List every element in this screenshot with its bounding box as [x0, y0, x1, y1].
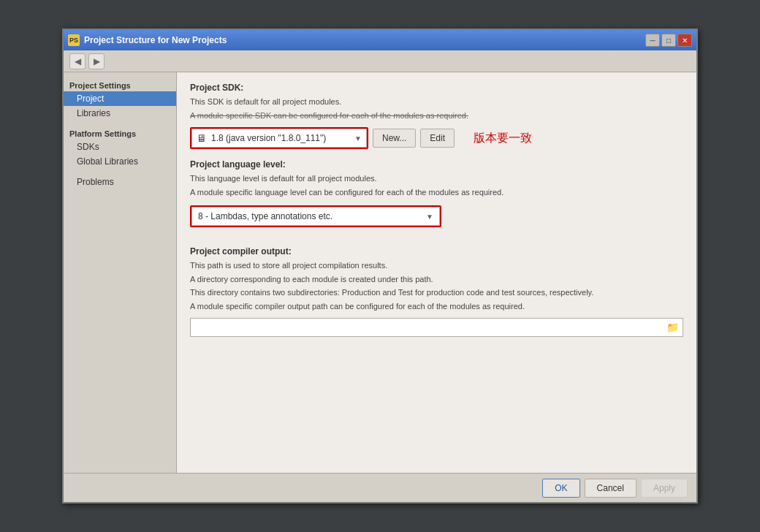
annotation-text: 版本要一致 [474, 131, 532, 146]
footer: OK Cancel Apply [64, 473, 696, 502]
title-bar-controls: ─ □ ✕ [645, 34, 692, 47]
project-settings-label: Project Settings [64, 78, 176, 91]
compiler-title: Project compiler output: [190, 246, 683, 256]
sdk-desc1: This SDK is default for all project modu… [190, 96, 683, 108]
sdk-desc2: A module specific SDK can be configured … [190, 110, 683, 122]
new-sdk-button[interactable]: New... [373, 129, 416, 148]
content-area: Project Settings Project Libraries Platf… [64, 72, 696, 473]
maximize-button[interactable]: □ [661, 34, 676, 47]
edit-sdk-button[interactable]: Edit [420, 129, 455, 148]
language-dropdown-wrapper: 8 - Lambdas, type annotations etc. ▼ [190, 205, 441, 227]
sidebar-divider-2 [64, 169, 176, 175]
sidebar-item-global-libraries[interactable]: Global Libraries [64, 154, 176, 169]
sdk-row: 🖥 1.8 (java version "1.8.0_111") ▼ New..… [190, 127, 683, 149]
close-button[interactable]: ✕ [677, 34, 692, 47]
sdk-section: Project SDK: This SDK is default for all… [190, 83, 683, 149]
compiler-desc3: This directory contains two subdirectori… [190, 286, 683, 299]
ok-button[interactable]: OK [542, 479, 580, 498]
language-section: Project language level: This language le… [190, 159, 683, 236]
toolbar: ◀ ▶ [64, 50, 696, 72]
forward-button[interactable]: ▶ [88, 53, 104, 69]
sidebar: Project Settings Project Libraries Platf… [64, 72, 177, 473]
main-window: PS Project Structure for New Projects ─ … [62, 28, 698, 503]
app-icon: PS [68, 34, 80, 46]
title-bar-left: PS Project Structure for New Projects [68, 34, 227, 46]
title-bar: PS Project Structure for New Projects ─ … [64, 30, 696, 50]
compiler-desc2: A directory corresponding to each module… [190, 273, 683, 286]
sidebar-item-problems[interactable]: Problems [64, 175, 176, 189]
sdk-icon: 🖥 [197, 132, 207, 144]
sdk-title: Project SDK: [190, 83, 683, 93]
back-button[interactable]: ◀ [69, 53, 86, 69]
language-dropdown[interactable]: 8 - Lambdas, type annotations etc. ▼ [191, 207, 440, 226]
compiler-section: Project compiler output: This path is us… [190, 246, 683, 337]
sdk-dropdown[interactable]: 🖥 1.8 (java version "1.8.0_111") ▼ [191, 129, 367, 148]
language-desc2: A module specific language level can be … [190, 186, 683, 199]
compiler-output-input[interactable] [194, 322, 665, 332]
language-dropdown-arrow-icon: ▼ [426, 213, 433, 221]
compiler-desc4: A module specific compiler output path c… [190, 300, 683, 313]
language-title: Project language level: [190, 159, 683, 170]
sidebar-divider [64, 121, 176, 126]
compiler-desc1: This path is used to store all project c… [190, 259, 683, 272]
sdk-dropdown-wrapper: 🖥 1.8 (java version "1.8.0_111") ▼ [190, 127, 368, 149]
minimize-button[interactable]: ─ [645, 34, 660, 47]
language-selected-value: 8 - Lambdas, type annotations etc. [198, 211, 426, 221]
compiler-output-field: 📁 [190, 318, 683, 337]
sdk-selected-value: 1.8 (java version "1.8.0_111") [211, 133, 350, 143]
sidebar-item-libraries[interactable]: Libraries [64, 106, 176, 121]
cancel-button[interactable]: Cancel [585, 479, 636, 498]
window-title: Project Structure for New Projects [84, 35, 227, 45]
language-desc1: This language level is default for all p… [190, 172, 683, 185]
sidebar-item-project[interactable]: Project [64, 91, 176, 106]
sdk-dropdown-arrow-icon: ▼ [354, 134, 362, 142]
main-content: Project SDK: This SDK is default for all… [177, 72, 696, 473]
apply-button[interactable]: Apply [641, 479, 688, 498]
platform-settings-label: Platform Settings [64, 126, 176, 140]
folder-browse-button[interactable]: 📁 [665, 320, 680, 335]
sidebar-item-sdks[interactable]: SDKs [64, 140, 176, 154]
